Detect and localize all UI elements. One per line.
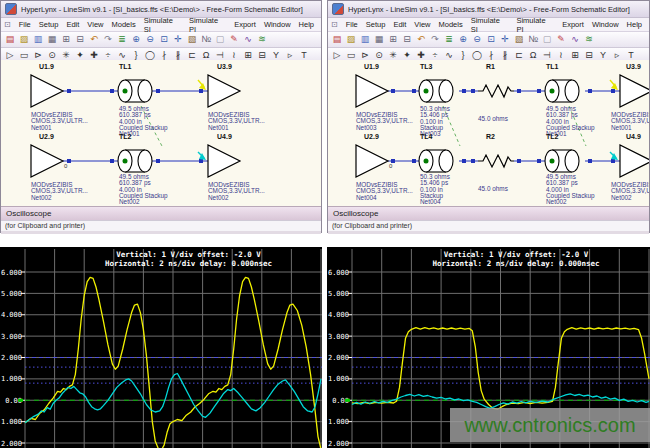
netlist-view-icon[interactable]: №: [526, 33, 540, 46]
schematic-canvas[interactable]: U1.9 TL3 R1 TL1 U3.9 MODvsEZIBISCMOS,3.3…: [328, 60, 649, 206]
buffer-u3[interactable]: [208, 75, 240, 107]
driver-info: MODvsEZIBISCMOS,3.3V,ULTR...Net003: [356, 112, 413, 131]
menu-edit[interactable]: Edit: [389, 20, 410, 29]
oscilloscope-panel-bar[interactable]: Oscilloscope: [328, 206, 649, 220]
scope-plot-left: 6.0005.0004.0003.0002.0001.0000.00-1.000…: [0, 247, 322, 448]
ref-designator: U4.9: [626, 133, 641, 140]
menu-simulate-pi[interactable]: Simulate PI: [185, 16, 230, 34]
svg-text:1.000: 1.000: [1, 375, 22, 383]
buffer-u4[interactable]: [208, 145, 240, 177]
ref-designator: TL2: [119, 133, 131, 140]
menu-models[interactable]: Models: [107, 20, 139, 29]
menu-simulate-si[interactable]: Simulate SI: [140, 16, 185, 34]
buffer-u1[interactable]: [31, 75, 63, 107]
window-title: HyperLynx - LineSim v9.1 - [SI_basics.ff…: [21, 5, 303, 14]
run-oscilloscope-icon[interactable]: ∿: [568, 33, 582, 46]
tline-tl1[interactable]: [118, 80, 152, 102]
menu-help[interactable]: Help: [623, 20, 646, 29]
menu-view[interactable]: View: [410, 20, 434, 29]
menu-export[interactable]: Export: [558, 20, 588, 29]
boardsim-wizard-icon[interactable]: ▧: [185, 33, 199, 46]
boardsim-wizard-icon[interactable]: ▧: [512, 33, 526, 46]
ref-designator: U2.9: [364, 133, 379, 140]
netlist-view-icon[interactable]: №: [199, 33, 213, 46]
eye-diagram-icon[interactable]: ≋: [582, 33, 596, 46]
menu-setup[interactable]: Setup: [362, 20, 390, 29]
tline-tl3[interactable]: [419, 80, 453, 102]
svg-text:Horizontal: 2 ns/div delay: 0: Horizontal: 2 ns/div delay: 0.000nsec: [105, 259, 272, 268]
run-oscilloscope-icon[interactable]: ∿: [241, 33, 255, 46]
new-file-icon[interactable]: ▤: [330, 33, 344, 46]
composite-screenshot: HyperLynx - LineSim v9.1 - [SI_basics.ff…: [0, 0, 650, 448]
menu-simulate-si[interactable]: Simulate SI: [467, 16, 513, 34]
paste-icon[interactable]: ⊟: [73, 33, 87, 46]
zoom-in-icon[interactable]: ⊕: [456, 33, 470, 46]
menu-simulate-pi[interactable]: Simulate PI: [512, 16, 558, 34]
menu-file[interactable]: File: [15, 20, 35, 29]
svg-text:5.000: 5.000: [1, 290, 22, 298]
copy-icon[interactable]: ⊞: [386, 33, 400, 46]
print-icon[interactable]: ▦: [372, 33, 386, 46]
pin-label: 0: [389, 163, 392, 169]
new-file-icon[interactable]: ▤: [3, 33, 17, 46]
undo-icon[interactable]: ↶: [414, 33, 428, 46]
redo-icon[interactable]: ↷: [428, 33, 442, 46]
ref-designator: TL1: [119, 63, 131, 70]
svg-text:-2.000: -2.000: [327, 440, 349, 448]
buffer-u4[interactable]: [620, 145, 649, 177]
zoom-in-icon[interactable]: ⊕: [129, 33, 143, 46]
tline-tl2[interactable]: [118, 150, 152, 172]
open-file-icon[interactable]: ▨: [344, 33, 358, 46]
pan-icon[interactable]: ✛: [498, 33, 512, 46]
open-file-icon[interactable]: ▨: [17, 33, 31, 46]
save-file-icon[interactable]: ▥: [31, 33, 45, 46]
eye-diagram-icon[interactable]: ≋: [255, 33, 269, 46]
schematic-canvas[interactable]: U1.9 TL1 U3.9 MODvsEZIBISCMOS,3.3V,ULTR.…: [1, 60, 321, 206]
buffer-u2[interactable]: [356, 145, 388, 177]
new-sheet-icon[interactable]: ▢: [540, 33, 554, 46]
receiver-info: MODvsEZIBISCMOS,3.3V,ULTR...Net001: [611, 112, 649, 131]
paste-icon[interactable]: ⊟: [400, 33, 414, 46]
ref-designator: U1.9: [364, 63, 379, 70]
zoom-out-icon[interactable]: ⊖: [470, 33, 484, 46]
stackup-editor-icon[interactable]: ≣: [115, 33, 129, 46]
menu-file[interactable]: File: [342, 20, 362, 29]
buffer-u2[interactable]: [31, 145, 63, 177]
document-icon[interactable]: ⊡: [4, 20, 11, 29]
menu-models[interactable]: Models: [434, 20, 466, 29]
pan-icon[interactable]: ✛: [171, 33, 185, 46]
buffer-u3[interactable]: [620, 75, 649, 107]
new-sheet-icon[interactable]: ▢: [213, 33, 227, 46]
save-file-icon[interactable]: ▥: [358, 33, 372, 46]
redo-icon[interactable]: ↷: [101, 33, 115, 46]
tline-tl2[interactable]: [545, 150, 579, 172]
menu-view[interactable]: View: [83, 20, 107, 29]
ref-designator: U3.9: [626, 63, 641, 70]
menu-export[interactable]: Export: [230, 20, 260, 29]
menu-setup[interactable]: Setup: [35, 20, 63, 29]
tline-tl1[interactable]: [545, 80, 579, 102]
stackup-editor-icon[interactable]: ≣: [442, 33, 456, 46]
copy-icon[interactable]: ⊞: [59, 33, 73, 46]
menu-edit[interactable]: Edit: [62, 20, 83, 29]
assign-models-icon[interactable]: ✎: [227, 33, 241, 46]
menu-help[interactable]: Help: [295, 20, 318, 29]
menu-window[interactable]: Window: [260, 20, 295, 29]
buffer-u1[interactable]: [356, 75, 388, 107]
document-icon[interactable]: ⊡: [331, 20, 338, 29]
resistor-r1[interactable]: [478, 85, 514, 97]
print-icon[interactable]: ▦: [45, 33, 59, 46]
zoom-fit-icon[interactable]: ⊡: [484, 33, 498, 46]
oscilloscope-panel-bar[interactable]: Oscilloscope: [1, 206, 321, 220]
tline-tl4[interactable]: [419, 150, 453, 172]
undo-icon[interactable]: ↶: [87, 33, 101, 46]
ref-designator: U1.9: [39, 63, 54, 70]
resistor-r2[interactable]: [478, 155, 514, 167]
zoom-out-icon[interactable]: ⊖: [143, 33, 157, 46]
menu-window[interactable]: Window: [588, 20, 623, 29]
zoom-fit-icon[interactable]: ⊡: [157, 33, 171, 46]
assign-models-icon[interactable]: ✎: [554, 33, 568, 46]
svg-text:3.000: 3.000: [1, 333, 22, 341]
hyperlynx-app-icon: [332, 3, 344, 15]
menu-bar: ⊡ FileSetupEditViewModelsSimulate SISimu…: [1, 18, 321, 32]
